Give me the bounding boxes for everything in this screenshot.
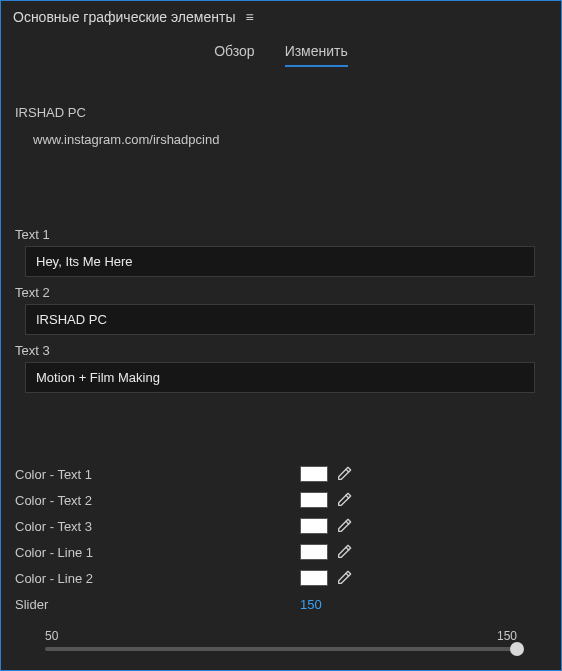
text-input-1[interactable] (25, 246, 535, 277)
color-swatch-4[interactable] (300, 544, 328, 560)
color-swatch-5[interactable] (300, 570, 328, 586)
color-row-4: Color - Line 1 (15, 539, 547, 565)
color-label-2: Color - Text 2 (15, 493, 300, 508)
color-label-1: Color - Text 1 (15, 467, 300, 482)
color-swatch-3[interactable] (300, 518, 328, 534)
panel-title: Основные графические элементы (13, 9, 235, 25)
slider-thumb[interactable] (510, 642, 524, 656)
layer-subtitle: www.instagram.com/irshadpcind (15, 132, 547, 147)
color-label-3: Color - Text 3 (15, 519, 300, 534)
panel-menu-icon[interactable]: ≡ (245, 9, 253, 25)
text-label-1: Text 1 (15, 227, 547, 242)
text-label-3: Text 3 (15, 343, 547, 358)
slider-value[interactable]: 150 (300, 597, 322, 612)
eyedropper-icon[interactable] (336, 466, 352, 482)
color-row-2: Color - Text 2 (15, 487, 547, 513)
text-label-2: Text 2 (15, 285, 547, 300)
eyedropper-icon[interactable] (336, 518, 352, 534)
text-input-2[interactable] (25, 304, 535, 335)
color-label-4: Color - Line 1 (15, 545, 300, 560)
color-row-1: Color - Text 1 (15, 461, 547, 487)
slider-track[interactable] (45, 647, 517, 651)
color-row-3: Color - Text 3 (15, 513, 547, 539)
text-input-3[interactable] (25, 362, 535, 393)
slider-max: 150 (497, 629, 517, 643)
slider-min: 50 (45, 629, 58, 643)
color-label-5: Color - Line 2 (15, 571, 300, 586)
tab-edit[interactable]: Изменить (285, 43, 348, 67)
eyedropper-icon[interactable] (336, 492, 352, 508)
color-row-5: Color - Line 2 (15, 565, 547, 591)
eyedropper-icon[interactable] (336, 570, 352, 586)
layer-title: IRSHAD PC (15, 105, 547, 120)
color-swatch-1[interactable] (300, 466, 328, 482)
eyedropper-icon[interactable] (336, 544, 352, 560)
tab-review[interactable]: Обзор (214, 43, 254, 67)
slider-label: Slider (15, 597, 300, 612)
color-swatch-2[interactable] (300, 492, 328, 508)
